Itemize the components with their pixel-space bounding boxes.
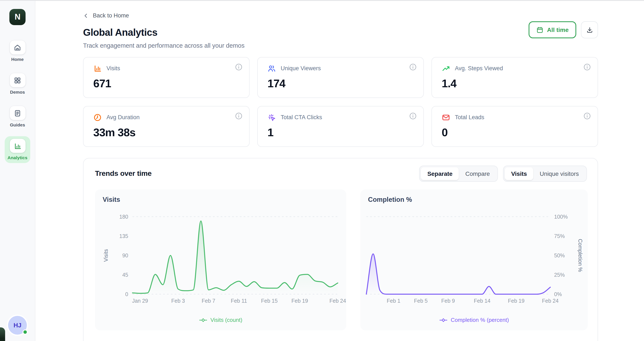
svg-text:135: 135 xyxy=(119,233,128,239)
bar-chart-icon xyxy=(10,139,25,153)
stat-label: Visits xyxy=(106,65,120,71)
info-icon[interactable] xyxy=(235,112,242,119)
svg-text:0%: 0% xyxy=(554,291,562,297)
users-icon xyxy=(268,64,276,73)
svg-text:Completion %: Completion % xyxy=(577,239,583,272)
toggle-compare[interactable]: Compare xyxy=(459,167,496,180)
svg-text:Feb 14: Feb 14 xyxy=(474,298,490,304)
mail-icon xyxy=(442,113,450,122)
svg-text:25%: 25% xyxy=(554,272,565,278)
date-range-label: All time xyxy=(547,26,568,33)
svg-text:Jan 29: Jan 29 xyxy=(132,298,148,304)
grid-icon xyxy=(10,73,25,87)
back-link-label: Back to Home xyxy=(93,12,129,19)
completion-chart-card: Completion % 0%25%50%75%100%Completion %… xyxy=(360,189,588,330)
stat-card-avg-steps: Avg. Steps Viewed 1.4 xyxy=(432,57,598,98)
sidebar-item-label: Analytics xyxy=(8,155,27,160)
svg-text:180: 180 xyxy=(119,214,128,219)
stat-value: 1.4 xyxy=(442,77,588,90)
legend-label: Completion % (percent) xyxy=(451,317,509,323)
download-button[interactable] xyxy=(581,21,598,38)
stat-value: 0 xyxy=(442,126,588,139)
stat-value: 671 xyxy=(93,77,239,90)
back-to-home-link[interactable]: Back to Home xyxy=(83,12,129,19)
svg-text:Feb 3: Feb 3 xyxy=(171,298,185,304)
svg-text:Feb 9: Feb 9 xyxy=(441,298,455,304)
stat-label: Unique Viewers xyxy=(281,65,321,71)
sidebar-nav: Home Demos Guides xyxy=(5,38,30,163)
window-top-border xyxy=(0,0,644,1)
main-content: Back to Home Global Analytics Track enga… xyxy=(35,1,644,341)
svg-text:90: 90 xyxy=(122,252,128,258)
stat-card-total-leads: Total Leads 0 xyxy=(432,106,598,147)
info-icon[interactable] xyxy=(584,112,591,119)
chart-title: Visits xyxy=(103,196,346,203)
sidebar: N Home Demos xyxy=(0,1,35,341)
svg-text:45: 45 xyxy=(122,272,128,278)
chart-title: Completion % xyxy=(368,196,588,203)
trending-up-icon xyxy=(442,64,450,73)
download-icon xyxy=(586,26,593,33)
svg-text:Feb 24: Feb 24 xyxy=(330,298,346,304)
toggle-separate[interactable]: Separate xyxy=(421,167,459,180)
sidebar-item-home[interactable]: Home xyxy=(5,38,30,65)
legend-label: Visits (count) xyxy=(210,317,242,323)
bar-chart-icon xyxy=(93,64,102,73)
legend-marker-icon xyxy=(439,317,448,323)
trends-title: Trends over time xyxy=(95,169,152,178)
svg-text:Feb 7: Feb 7 xyxy=(202,298,215,304)
svg-text:50%: 50% xyxy=(554,252,565,258)
date-range-button[interactable]: All time xyxy=(529,21,576,38)
corner-decoration xyxy=(0,327,5,341)
toggle-visits[interactable]: Visits xyxy=(505,167,533,180)
info-icon[interactable] xyxy=(584,63,591,70)
svg-text:Feb 19: Feb 19 xyxy=(292,298,308,304)
avatar-initials: HJ xyxy=(14,322,21,329)
visits-chart-card: Visits 04590135180VisitsJan 29Feb 3Feb 7… xyxy=(95,189,346,330)
sidebar-item-demos[interactable]: Demos xyxy=(5,71,30,97)
calendar-icon xyxy=(536,26,544,33)
stat-value: 174 xyxy=(268,77,414,90)
stat-value: 1 xyxy=(268,126,414,139)
svg-text:Feb 11: Feb 11 xyxy=(231,298,247,304)
info-icon[interactable] xyxy=(235,63,242,70)
info-icon[interactable] xyxy=(409,63,416,70)
stat-card-visits: Visits 671 xyxy=(83,57,250,98)
cursor-click-icon xyxy=(268,113,276,122)
trends-toggles: Separate Compare Visits Unique visitors xyxy=(419,165,587,182)
mode-toggle: Separate Compare xyxy=(419,165,498,182)
stat-card-unique-viewers: Unique Viewers 174 xyxy=(257,57,424,98)
svg-text:Feb 24: Feb 24 xyxy=(542,298,558,304)
app-logo[interactable]: N xyxy=(9,9,26,25)
sidebar-item-guides[interactable]: Guides xyxy=(5,103,30,130)
charts-row: Visits 04590135180VisitsJan 29Feb 3Feb 7… xyxy=(95,189,587,330)
svg-text:75%: 75% xyxy=(554,233,565,239)
document-icon xyxy=(10,106,25,120)
completion-area-chart[interactable]: 0%25%50%75%100%Completion %Feb 1Feb 5Feb… xyxy=(360,205,588,312)
stats-grid: Visits 671 U xyxy=(83,57,598,147)
sidebar-item-label: Home xyxy=(11,57,24,62)
metric-toggle: Visits Unique visitors xyxy=(503,165,587,182)
clock-icon xyxy=(93,113,102,122)
header-actions: All time xyxy=(529,21,598,38)
visits-area-chart[interactable]: 04590135180VisitsJan 29Feb 3Feb 7Feb 11F… xyxy=(95,205,346,312)
sidebar-item-analytics[interactable]: Analytics xyxy=(5,136,30,163)
trends-panel: Trends over time Separate Compare Visits… xyxy=(83,158,598,341)
svg-text:Feb 1: Feb 1 xyxy=(387,298,400,304)
svg-text:Visits: Visits xyxy=(103,249,109,261)
online-status-dot xyxy=(22,330,28,335)
home-icon xyxy=(10,40,25,54)
legend-marker-icon xyxy=(199,317,208,323)
svg-text:Feb 19: Feb 19 xyxy=(508,298,524,304)
svg-text:100%: 100% xyxy=(554,214,568,219)
app-window: N Home Demos xyxy=(0,0,644,341)
sidebar-footer: HJ xyxy=(8,316,27,335)
toggle-unique-visitors[interactable]: Unique visitors xyxy=(533,167,585,180)
completion-chart-legend: Completion % (percent) xyxy=(360,312,588,328)
stat-value: 33m 38s xyxy=(93,126,239,139)
info-icon[interactable] xyxy=(409,112,416,119)
page-title: Global Analytics xyxy=(83,27,598,38)
stat-card-avg-duration: Avg Duration 33m 38s xyxy=(83,106,250,147)
svg-text:Feb 15: Feb 15 xyxy=(261,298,278,304)
stat-label: Total CTA Clicks xyxy=(281,114,322,120)
